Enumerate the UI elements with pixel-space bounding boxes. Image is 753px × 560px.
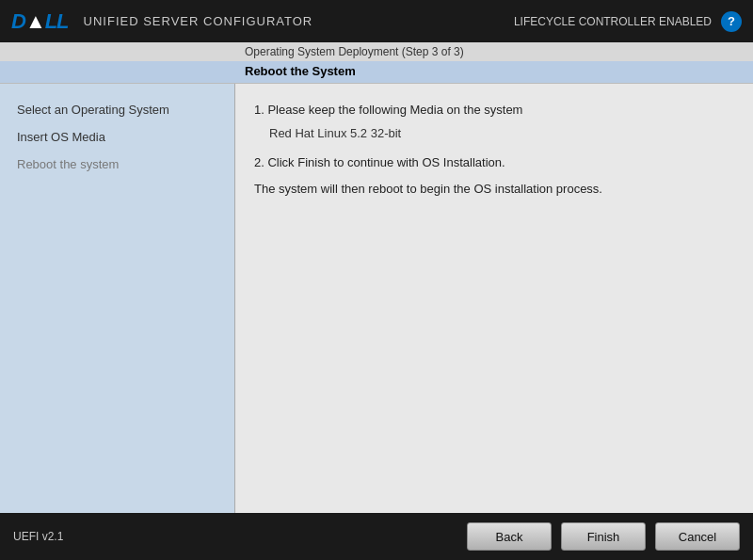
sidebar: Select an Operating System Insert OS Med…	[0, 84, 235, 545]
breadcrumb-current-step: Reboot the System	[0, 61, 753, 83]
content-area: 1. Please keep the following Media on th…	[235, 84, 753, 545]
dell-logo: D▲LL	[11, 9, 69, 34]
content-note: The system will then reboot to begin the…	[254, 179, 734, 200]
sidebar-item-insert-media-label: Insert OS Media	[17, 130, 105, 144]
lifecycle-label: LIFECYCLE CONTROLLER ENABLED	[514, 15, 712, 28]
sidebar-item-reboot-label: Reboot the system	[17, 157, 119, 171]
sidebar-item-reboot[interactable]: Reboot the system	[11, 153, 223, 175]
back-button[interactable]: Back	[467, 522, 552, 551]
header-right: LIFECYCLE CONTROLLER ENABLED ?	[514, 11, 742, 32]
sidebar-item-select-os[interactable]: Select an Operating System	[11, 99, 223, 120]
app-title: UNIFIED SERVER CONFIGURATOR	[84, 14, 313, 28]
sidebar-item-select-os-label: Select an Operating System	[17, 103, 169, 117]
breadcrumb-step-label: Operating System Deployment (Step 3 of 3…	[245, 42, 738, 61]
header: D▲LL UNIFIED SERVER CONFIGURATOR LIFECYC…	[0, 0, 753, 42]
content-note-text: The system will then reboot to begin the…	[254, 182, 602, 196]
version-label: UEFI v2.1	[13, 530, 63, 543]
help-button[interactable]: ?	[721, 11, 742, 32]
main-area: Select an Operating System Insert OS Med…	[0, 84, 753, 545]
footer-buttons: Back Finish Cancel	[467, 522, 740, 551]
sidebar-item-insert-media[interactable]: Insert OS Media	[11, 126, 223, 148]
finish-button[interactable]: Finish	[561, 522, 646, 551]
header-left: D▲LL UNIFIED SERVER CONFIGURATOR	[11, 9, 312, 34]
footer: UEFI v2.1 Back Finish Cancel	[0, 513, 753, 560]
instruction-2: 2. Click Finish to continue with OS Inst…	[254, 153, 734, 173]
breadcrumb-bar: Operating System Deployment (Step 3 of 3…	[0, 42, 753, 84]
cancel-button[interactable]: Cancel	[655, 522, 740, 551]
instruction-1: 1. Please keep the following Media on th…	[254, 101, 734, 120]
os-name: Red Hat Linux 5.2 32-bit	[269, 126, 734, 140]
